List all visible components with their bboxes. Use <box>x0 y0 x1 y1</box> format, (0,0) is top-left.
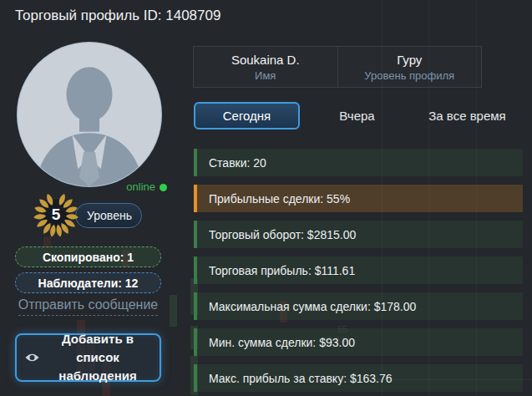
stat-row-max-amount: Максимальная сумма сделки: $178.00 <box>194 292 523 320</box>
observers-count-badge[interactable]: Наблюдатели: 12 <box>15 272 161 293</box>
send-message-link[interactable]: Отправить сообщение <box>18 297 158 316</box>
trading-profile-page: 55 00:04 Торговый профиль ID: 1408709 on… <box>0 0 532 396</box>
tab-today[interactable]: Сегодня <box>194 102 300 129</box>
tab-yesterday[interactable]: Вчера <box>306 102 408 129</box>
candlestick <box>170 295 177 327</box>
online-status: online <box>92 180 167 193</box>
level-number: 5 <box>33 191 79 238</box>
eye-icon <box>25 353 39 363</box>
avatar <box>17 42 162 187</box>
online-dot-icon <box>160 184 167 191</box>
add-to-watchlist-label: Добавить в список наблюдения <box>44 330 151 384</box>
stat-row-turnover: Торговый оборот: $2815.00 <box>194 221 523 248</box>
profile-level-value: Гуру <box>397 53 422 67</box>
online-label: online <box>126 180 155 193</box>
stat-row-max-bet-profit: Макс. прибыль за ставку: $163.76 <box>194 364 523 392</box>
observers-count-label: Наблюдатели: 12 <box>38 277 139 290</box>
profile-name-cell: Soukaina D. Имя <box>194 47 338 87</box>
profile-header-box: Soukaina D. Имя Гуру Уровень профиля <box>193 46 482 88</box>
profile-level-label: Уровень профиля <box>364 69 454 82</box>
add-to-watchlist-button[interactable]: Добавить в список наблюдения <box>15 333 161 382</box>
stat-row-profitable: Прибыльные сделки: 55% <box>194 185 523 212</box>
stat-row-min-amount: Мин. сумма сделки: $93.00 <box>194 328 523 356</box>
tab-all-time[interactable]: За все время <box>412 102 523 129</box>
stat-row-profit: Торговая прибыль: $111.61 <box>194 256 523 284</box>
profile-level-cell: Гуру Уровень профиля <box>338 47 482 87</box>
stat-row-bets: Ставки: 20 <box>194 149 523 176</box>
copied-count-badge[interactable]: Скопировано: 1 <box>15 246 161 267</box>
profile-name-label: Имя <box>255 69 276 82</box>
send-message-wrap: Отправить сообщение <box>15 297 161 316</box>
profile-name-value: Soukaina D. <box>231 53 300 67</box>
page-title: Торговый профиль ID: 1408709 <box>15 8 220 24</box>
level-button[interactable]: Уровень <box>75 203 142 228</box>
level-button-label: Уровень <box>87 209 132 222</box>
copied-count-label: Скопировано: 1 <box>43 251 134 264</box>
person-silhouette-icon <box>18 43 161 186</box>
